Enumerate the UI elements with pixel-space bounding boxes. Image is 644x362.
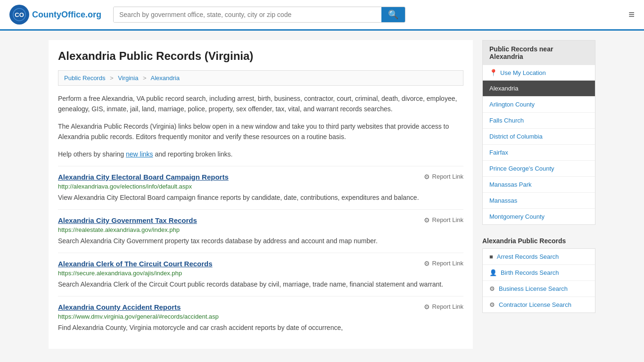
record-item: Alexandria Clerk of The Circuit Court Re… [58, 253, 463, 296]
nearby-item-alexandria[interactable]: Alexandria [483, 81, 595, 97]
record-title-1[interactable]: Alexandria City Government Tax Records [58, 216, 197, 224]
breadcrumb-sep-2: > [143, 74, 147, 82]
record-link-label-3: Contractor License Search [499, 301, 571, 308]
nearby-item-montgomery-county[interactable]: Montgomery County [483, 209, 595, 224]
description-3: Help others by sharing new links and rep… [58, 149, 463, 159]
record-link-label-1: Birth Records Search [501, 269, 559, 276]
sidebar-record-birth-records-search[interactable]: 👤Birth Records Search [483, 265, 595, 281]
record-link-icon-1: 👤 [489, 269, 497, 276]
record-desc-0: View Alexandria City Electoral Board cam… [58, 193, 463, 203]
record-header: Alexandria City Government Tax Records ⚙… [58, 216, 463, 224]
sidebar: Public Records near Alexandria 📍 Use My … [482, 40, 595, 349]
report-link-3[interactable]: ⚙ Report Link [424, 303, 463, 311]
breadcrumb-sep-1: > [110, 74, 114, 82]
record-title-2[interactable]: Alexandria Clerk of The Circuit Court Re… [58, 260, 213, 268]
public-records-sidebar-title: Alexandria Public Records [482, 232, 595, 248]
description-1: Perform a free Alexandria, VA public rec… [58, 93, 463, 115]
nearby-box: Public Records near Alexandria 📍 Use My … [482, 40, 595, 225]
nearby-title: Public Records near Alexandria [483, 41, 595, 65]
page-title: Alexandria Public Records (Virginia) [58, 49, 463, 63]
record-url-1[interactable]: https://realestate.alexandriava.gov/inde… [58, 226, 463, 233]
header: CO CountyOffice.org 🔍 ≡ [0, 0, 644, 31]
report-icon-3: ⚙ [424, 303, 430, 311]
nearby-item-district-of-columbia[interactable]: District of Columbia [483, 129, 595, 145]
record-link-icon-3: ⚙ [489, 301, 495, 308]
nearby-item-fairfax[interactable]: Fairfax [483, 145, 595, 161]
sidebar-record-contractor-license-search[interactable]: ⚙Contractor License Search [483, 297, 595, 313]
new-links-link[interactable]: new links [126, 150, 153, 158]
description-2: The Alexandria Public Records (Virginia)… [58, 121, 463, 142]
record-item: Alexandria City Electoral Board Campaign… [58, 166, 463, 209]
nearby-item-prince-george's-county[interactable]: Prince George's County [483, 161, 595, 177]
record-item: Alexandria City Government Tax Records ⚙… [58, 209, 463, 253]
search-input[interactable] [114, 7, 381, 22]
location-pin-icon: 📍 [489, 69, 497, 76]
sidebar-records-list: ■Arrest Records Search👤Birth Records Sea… [482, 248, 595, 313]
report-icon-0: ⚙ [424, 173, 430, 181]
record-header: Alexandria County Accident Reports ⚙ Rep… [58, 303, 463, 311]
record-title-3[interactable]: Alexandria County Accident Reports [58, 303, 181, 311]
record-desc-1: Search Alexandria City Government proper… [58, 236, 463, 246]
nearby-item-arlington-county[interactable]: Arlington County [483, 97, 595, 113]
nearby-item-manassas[interactable]: Manassas [483, 193, 595, 209]
public-records-section: Alexandria Public Records ■Arrest Record… [482, 232, 595, 313]
record-header: Alexandria Clerk of The Circuit Court Re… [58, 260, 463, 268]
nearby-item-manassas-park[interactable]: Manassas Park [483, 177, 595, 193]
hamburger-menu-icon[interactable]: ≡ [628, 8, 635, 21]
record-url-3[interactable]: https://www.dmv.virginia.gov/general/#re… [58, 313, 463, 320]
use-my-location[interactable]: 📍 Use My Location [483, 65, 595, 81]
logo-text: CountyOffice.org [32, 10, 101, 20]
record-link-label-2: Business License Search [499, 285, 568, 292]
description-3-pre: Help others by sharing [58, 150, 126, 158]
svg-text:CO: CO [15, 11, 24, 18]
description-3-post: and reporting broken links. [153, 150, 233, 158]
page-container: Alexandria Public Records (Virginia) Pub… [39, 31, 605, 358]
nearby-item-falls-church[interactable]: Falls Church [483, 113, 595, 129]
breadcrumb-virginia[interactable]: Virginia [118, 74, 138, 82]
record-url-2[interactable]: https://secure.alexandriava.gov/ajis/ind… [58, 270, 463, 277]
logo-tld: .org [85, 10, 101, 19]
record-link-label-0: Arrest Records Search [497, 253, 559, 260]
logo-brand: CountyOffice [32, 10, 85, 19]
search-bar: 🔍 [113, 7, 405, 23]
report-icon-2: ⚙ [424, 260, 430, 267]
report-link-1[interactable]: ⚙ Report Link [424, 216, 463, 224]
nearby-items: AlexandriaArlington CountyFalls ChurchDi… [483, 81, 595, 224]
report-link-2[interactable]: ⚙ Report Link [424, 260, 463, 267]
search-button[interactable]: 🔍 [381, 7, 405, 22]
main-content: Alexandria Public Records (Virginia) Pub… [49, 40, 473, 349]
record-title-0[interactable]: Alexandria City Electoral Board Campaign… [58, 173, 229, 181]
use-my-location-label: Use My Location [500, 69, 546, 76]
records-list: Alexandria City Electoral Board Campaign… [58, 166, 463, 339]
record-desc-3: Find Alexandria County, Virginia motorcy… [58, 323, 463, 333]
sidebar-record-arrest-records-search[interactable]: ■Arrest Records Search [483, 249, 595, 265]
report-icon-1: ⚙ [424, 216, 430, 224]
report-link-0[interactable]: ⚙ Report Link [424, 173, 463, 181]
logo-icon: CO [9, 5, 29, 25]
breadcrumb-alexandria[interactable]: Alexandria [151, 74, 180, 82]
breadcrumb: Public Records > Virginia > Alexandria [58, 70, 463, 86]
record-header: Alexandria City Electoral Board Campaign… [58, 173, 463, 181]
record-item: Alexandria County Accident Reports ⚙ Rep… [58, 296, 463, 339]
breadcrumb-public-records[interactable]: Public Records [64, 74, 105, 82]
record-desc-2: Search Alexandria Clerk of the Circuit C… [58, 280, 463, 289]
record-url-0[interactable]: http://alexandriava.gov/elections/info/d… [58, 183, 463, 190]
record-link-icon-2: ⚙ [489, 285, 495, 292]
record-link-icon-0: ■ [489, 253, 493, 260]
logo-area: CO CountyOffice.org [9, 5, 104, 25]
sidebar-record-business-license-search[interactable]: ⚙Business License Search [483, 281, 595, 297]
